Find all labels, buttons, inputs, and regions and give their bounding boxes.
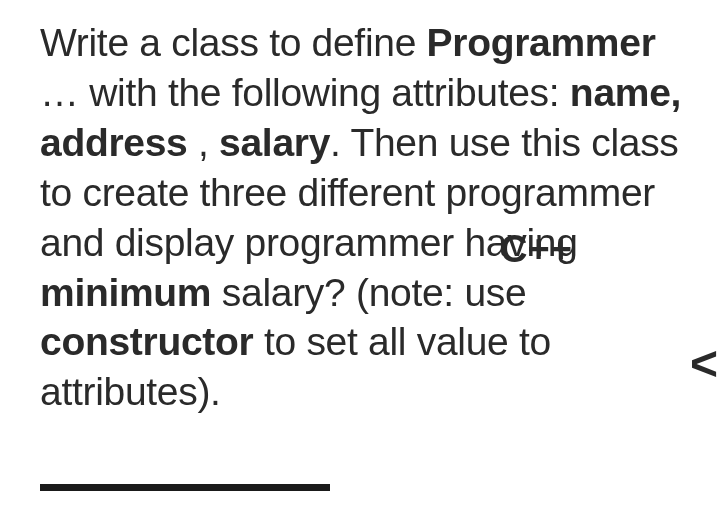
bold-constructor: constructor	[40, 320, 253, 363]
chevron-left-icon[interactable]: <	[690, 336, 718, 391]
text-part: Write a class to define	[40, 21, 427, 64]
bold-minimum: minimum	[40, 271, 211, 314]
underline-bar	[40, 484, 330, 491]
language-label: C++	[500, 228, 572, 271]
bold-salary: salary	[219, 121, 330, 164]
question-text: Write a class to define Programmer … wit…	[0, 0, 720, 417]
text-part: … with the following attributes:	[40, 71, 570, 114]
text-part: salary? (note: use	[211, 271, 526, 314]
text-part: ,	[187, 121, 219, 164]
bold-programmer: Programmer	[427, 21, 656, 64]
